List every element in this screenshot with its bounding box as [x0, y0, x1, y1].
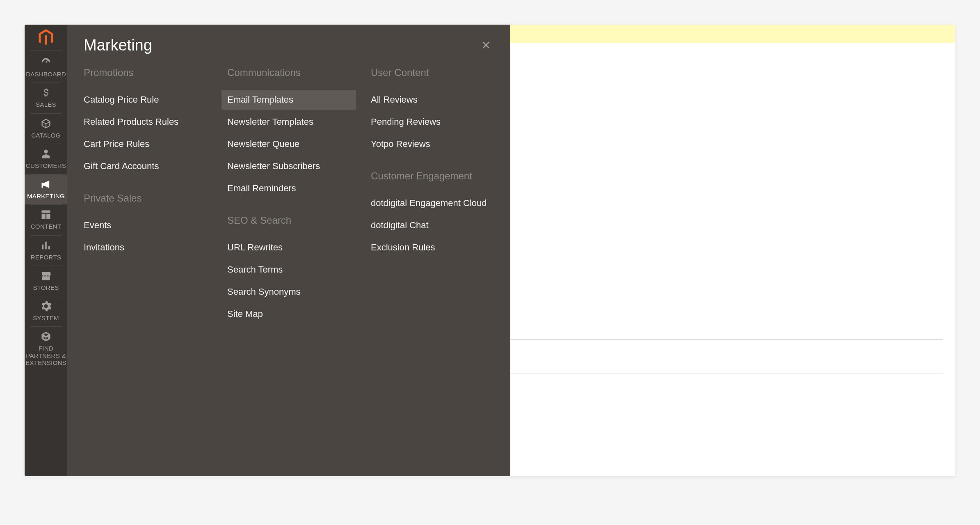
close-icon[interactable]: ✕ [478, 35, 494, 55]
flyout-link[interactable]: Yotpo Reviews [365, 134, 500, 154]
gear-icon [40, 300, 52, 312]
nav-label: REPORTS [31, 254, 61, 261]
flyout-link[interactable]: Cart Price Rules [78, 134, 212, 154]
cube-icon [40, 118, 52, 129]
nav-partners[interactable]: FIND PARTNERS & EXTENSIONS [25, 327, 67, 371]
flyout-group-title: Private Sales [84, 193, 207, 204]
flyout-link[interactable]: Exclusion Rules [365, 238, 500, 257]
magento-logo-icon [39, 29, 53, 46]
flyout-header: Marketing ✕ [84, 35, 494, 55]
flyout-link[interactable]: Email Templates [222, 90, 356, 110]
bars-icon [40, 240, 52, 251]
flyout-title: Marketing [84, 37, 152, 54]
dollar-icon [40, 87, 52, 99]
nav-label: FIND PARTNERS & EXTENSIONS [25, 345, 66, 366]
flyout-link[interactable]: Site Map [222, 304, 356, 324]
nav-cube[interactable]: CATALOG [25, 114, 67, 144]
nav-label: CATALOG [31, 132, 61, 139]
partners-icon [40, 331, 52, 342]
megaphone-icon [40, 179, 52, 190]
flyout-link[interactable]: Gift Card Accounts [78, 156, 212, 176]
flyout-group-title: Promotions [84, 67, 207, 78]
nav-label: CUSTOMERS [26, 162, 66, 169]
flyout-group: Customer Engagementdotdigital Engagement… [371, 170, 494, 257]
marketing-flyout: Marketing ✕ PromotionsCatalog Price Rule… [67, 25, 510, 476]
flyout-group: SEO & SearchURL RewritesSearch TermsSear… [227, 215, 350, 324]
nav-label: SALES [36, 101, 56, 108]
flyout-link[interactable]: Newsletter Queue [222, 134, 356, 154]
nav-storefront[interactable]: STORES [25, 266, 67, 296]
flyout-link[interactable]: URL Rewrites [222, 238, 356, 257]
layout-icon [40, 209, 52, 220]
flyout-link[interactable]: dotdigital Engagement Cloud [365, 193, 500, 213]
flyout-group: Private SalesEventsInvitations [84, 193, 207, 257]
nav-dashboard[interactable]: DASHBOARD [25, 53, 67, 83]
flyout-link[interactable]: All Reviews [365, 90, 500, 110]
nav-label: CONTENT [31, 223, 62, 230]
nav-gear[interactable]: SYSTEM [25, 296, 67, 326]
flyout-group-title: SEO & Search [227, 215, 350, 226]
flyout-link[interactable]: Catalog Price Rule [78, 90, 212, 110]
person-icon [40, 148, 52, 160]
nav-label: DASHBOARD [26, 71, 66, 78]
nav-dollar[interactable]: SALES [25, 83, 67, 113]
flyout-column: PromotionsCatalog Price RuleRelated Prod… [84, 67, 207, 326]
flyout-link[interactable]: Related Products Rules [78, 112, 212, 132]
flyout-group-title: User Content [371, 67, 494, 78]
nav-layout[interactable]: CONTENT [25, 205, 67, 235]
nav-label: MARKETING [27, 193, 65, 199]
flyout-link[interactable]: Email Reminders [222, 179, 356, 198]
magento-logo[interactable] [30, 25, 62, 51]
nav-megaphone[interactable]: MARKETING [25, 174, 67, 204]
flyout-link[interactable]: Newsletter Subscribers [222, 156, 356, 176]
flyout-link[interactable]: Search Synonyms [222, 282, 356, 302]
flyout-link[interactable]: Newsletter Templates [222, 112, 356, 132]
flyout-group: User ContentAll ReviewsPending ReviewsYo… [371, 67, 494, 154]
nav-bars[interactable]: REPORTS [25, 236, 67, 266]
flyout-group-title: Communications [227, 67, 350, 78]
flyout-link[interactable]: dotdigital Chat [365, 216, 500, 235]
dashboard-icon [40, 57, 52, 68]
flyout-link[interactable]: Events [78, 216, 212, 235]
flyout-link[interactable]: Invitations [78, 238, 212, 257]
flyout-group: PromotionsCatalog Price RuleRelated Prod… [84, 67, 207, 176]
flyout-group-title: Customer Engagement [371, 170, 494, 182]
flyout-group: CommunicationsEmail TemplatesNewsletter … [227, 67, 350, 198]
flyout-column: User ContentAll ReviewsPending ReviewsYo… [371, 67, 494, 326]
admin-sidebar: DASHBOARDSALESCATALOGCUSTOMERSMARKETINGC… [25, 25, 67, 476]
nav-label: SYSTEM [33, 314, 59, 321]
storefront-icon [40, 270, 52, 282]
flyout-link[interactable]: Search Terms [222, 260, 356, 280]
nav-label: STORES [33, 284, 59, 291]
nav-person[interactable]: CUSTOMERS [25, 144, 67, 174]
admin-window: DASHBOARDSALESCATALOGCUSTOMERSMARKETINGC… [25, 25, 955, 476]
flyout-link[interactable]: Pending Reviews [365, 112, 500, 132]
flyout-column: CommunicationsEmail TemplatesNewsletter … [227, 67, 350, 326]
